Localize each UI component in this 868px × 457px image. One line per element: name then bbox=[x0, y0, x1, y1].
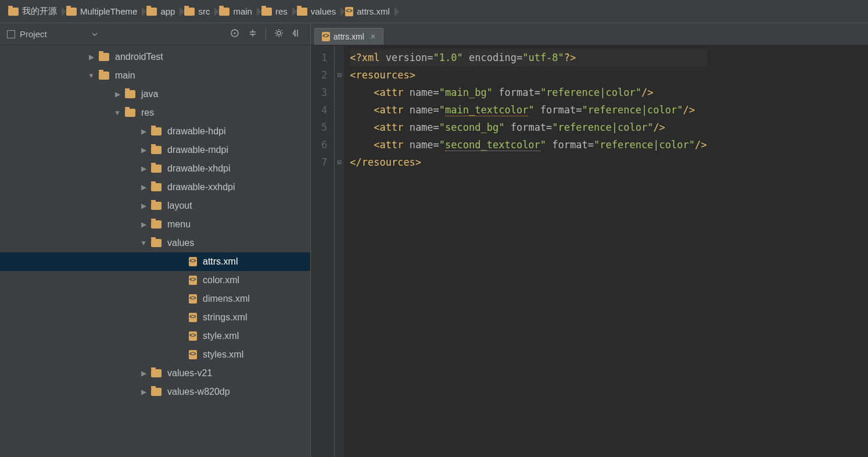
chevron-down-icon[interactable]: ▼ bbox=[139, 239, 148, 247]
gutter-fold[interactable]: ⊟ ⊟ bbox=[335, 45, 344, 457]
folder-icon bbox=[99, 53, 109, 61]
chevron-right-icon[interactable]: ▶ bbox=[139, 127, 148, 135]
folder-icon bbox=[8, 8, 19, 16]
project-view-switcher[interactable]: Project bbox=[0, 23, 105, 45]
fold-spacer bbox=[335, 101, 344, 119]
fold-spacer bbox=[335, 136, 344, 153]
folder-icon bbox=[151, 165, 162, 173]
tree-label: androidTest bbox=[115, 52, 163, 62]
folder-icon bbox=[151, 388, 162, 396]
chevron-right-icon[interactable]: ▶ bbox=[139, 388, 148, 396]
tree-row[interactable]: ▼values bbox=[0, 234, 310, 252]
breadcrumb-item[interactable]: res bbox=[258, 0, 293, 23]
tree-label: java bbox=[141, 89, 158, 99]
tree-row[interactable]: ▶layout bbox=[0, 197, 310, 215]
tree-label: styles.xml bbox=[203, 349, 243, 360]
xml-file-icon bbox=[189, 276, 197, 285]
code-line: <attr name="second_bg" format="reference… bbox=[350, 119, 706, 136]
close-icon[interactable]: ✕ bbox=[370, 33, 376, 41]
breadcrumb-label: 我的开源 bbox=[22, 6, 57, 17]
tree-row[interactable]: ▶values-v21 bbox=[0, 364, 310, 383]
tree-row[interactable]: style.xml bbox=[0, 327, 310, 345]
tree-row[interactable]: dimens.xml bbox=[0, 290, 310, 308]
fold-spacer bbox=[335, 49, 344, 66]
chevron-down-icon[interactable]: ▼ bbox=[87, 72, 95, 80]
fold-marker[interactable]: ⊟ bbox=[335, 153, 344, 171]
line-number: 5 bbox=[321, 119, 327, 136]
tab-attrs-xml[interactable]: attrs.xml ✕ bbox=[314, 28, 383, 45]
folder-icon bbox=[219, 8, 229, 16]
chevron-down-icon bbox=[92, 29, 98, 39]
breadcrumb-item[interactable]: values bbox=[293, 0, 342, 23]
folder-icon bbox=[184, 8, 195, 16]
tree-label: values-v21 bbox=[167, 368, 212, 379]
tree-row[interactable]: styles.xml bbox=[0, 345, 310, 364]
tree-row[interactable]: color.xml bbox=[0, 271, 310, 290]
tree-row[interactable]: ▼res bbox=[0, 103, 310, 122]
tree-row[interactable]: ▶drawable-hdpi bbox=[0, 122, 310, 141]
code-line: </resources> bbox=[350, 153, 706, 171]
breadcrumb-item[interactable]: app bbox=[143, 0, 181, 23]
chevron-right-icon[interactable]: ▶ bbox=[139, 202, 148, 210]
xml-file-icon bbox=[189, 294, 197, 304]
tree-row[interactable]: ▶drawable-mdpi bbox=[0, 141, 310, 159]
locate-icon[interactable] bbox=[229, 28, 240, 40]
tree-row[interactable]: strings.xml bbox=[0, 308, 310, 327]
breadcrumb-item[interactable]: attrs.xml bbox=[342, 0, 396, 23]
tree-label: attrs.xml bbox=[203, 256, 238, 267]
editor-tabbar: attrs.xml ✕ bbox=[311, 23, 383, 45]
line-number: 6 bbox=[321, 136, 327, 153]
fold-marker[interactable]: ⊟ bbox=[335, 66, 344, 84]
gear-icon[interactable] bbox=[274, 28, 284, 40]
tree-label: dimens.xml bbox=[203, 294, 250, 304]
code-line: <?xml version="1.0" encoding="utf-8"?> bbox=[350, 49, 706, 66]
chevron-right-icon[interactable]: ▶ bbox=[87, 53, 95, 61]
chevron-right-icon[interactable]: ▶ bbox=[139, 183, 148, 191]
chevron-right-icon[interactable]: ▶ bbox=[139, 146, 148, 154]
line-number: 2 bbox=[321, 66, 327, 84]
tree-row[interactable]: attrs.xml bbox=[0, 252, 310, 271]
line-number: 7 bbox=[321, 153, 327, 171]
tree-label: drawable-xxhdpi bbox=[167, 182, 235, 192]
breadcrumb-label: src bbox=[198, 6, 210, 16]
folder-icon bbox=[151, 183, 162, 191]
chevron-down-icon[interactable]: ▼ bbox=[113, 109, 121, 117]
xml-file-icon bbox=[189, 257, 197, 266]
collapse-all-icon[interactable] bbox=[248, 28, 257, 40]
breadcrumb-label: MultipleTheme bbox=[80, 6, 137, 16]
breadcrumb: 我的开源MultipleThemeappsrcmainresvaluesattr… bbox=[0, 0, 868, 23]
breadcrumb-item[interactable]: 我的开源 bbox=[5, 0, 63, 23]
tree-row[interactable]: ▶drawable-xxhdpi bbox=[0, 178, 310, 197]
tree-row[interactable]: ▶java bbox=[0, 85, 310, 103]
xml-file-icon bbox=[189, 350, 197, 359]
fold-spacer bbox=[335, 119, 344, 136]
tree-label: menu bbox=[167, 219, 191, 230]
tree-row[interactable]: ▶androidTest bbox=[0, 48, 310, 66]
chevron-right-icon[interactable]: ▶ bbox=[113, 90, 121, 98]
tree-label: drawable-xhdpi bbox=[167, 163, 231, 174]
tree-row[interactable]: ▶drawable-xhdpi bbox=[0, 159, 310, 178]
chevron-right-icon[interactable]: ▶ bbox=[139, 369, 148, 377]
breadcrumb-label: app bbox=[160, 6, 175, 16]
sidebar-toolbar: Project bbox=[0, 23, 311, 45]
main-split: ▶androidTest▼main▶java▼res▶drawable-hdpi… bbox=[0, 45, 868, 457]
code-line: <resources> bbox=[350, 66, 706, 84]
folder-icon bbox=[151, 146, 162, 154]
breadcrumb-item[interactable]: src bbox=[181, 0, 216, 23]
folder-icon bbox=[151, 369, 162, 377]
tree-row[interactable]: ▶values-w820dp bbox=[0, 383, 310, 401]
chevron-right-icon[interactable]: ▶ bbox=[139, 165, 148, 173]
tree-label: layout bbox=[167, 201, 192, 211]
xml-file-icon bbox=[189, 313, 197, 322]
tree-row[interactable]: ▼main bbox=[0, 66, 310, 85]
breadcrumb-item[interactable]: MultipleTheme bbox=[63, 0, 143, 23]
code-content[interactable]: <?xml version="1.0" encoding="utf-8"?><r… bbox=[344, 45, 712, 457]
folder-icon bbox=[146, 8, 157, 16]
editor[interactable]: 1234567 ⊟ ⊟ <?xml version="1.0" encoding… bbox=[311, 45, 868, 457]
tree-row[interactable]: ▶menu bbox=[0, 215, 310, 234]
line-number: 1 bbox=[321, 49, 327, 66]
hide-icon[interactable] bbox=[292, 28, 301, 40]
breadcrumb-item[interactable]: main bbox=[216, 0, 258, 23]
gutter-line-numbers: 1234567 bbox=[311, 45, 335, 457]
chevron-right-icon[interactable]: ▶ bbox=[139, 220, 148, 228]
